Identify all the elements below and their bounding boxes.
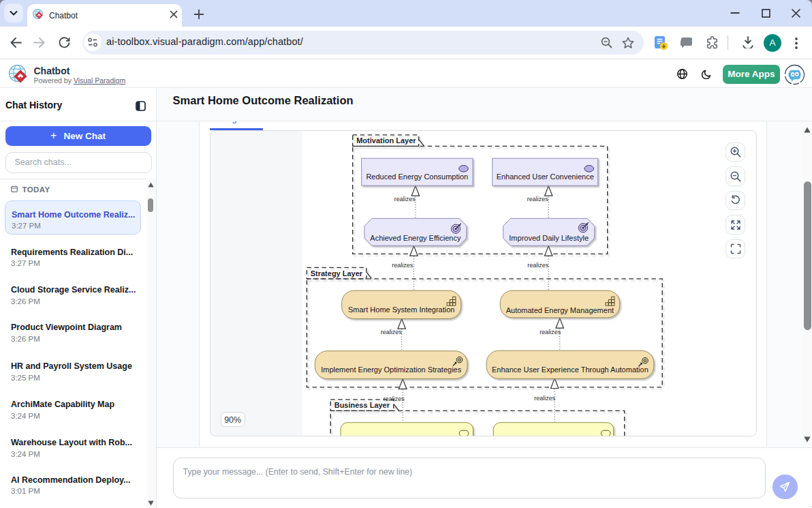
svg-text:realizes: realizes	[527, 261, 549, 268]
svg-text:Enhanced User Convenience: Enhanced User Convenience	[497, 173, 594, 181]
svg-text:Enhance User Experience Throug: Enhance User Experience Through Automati…	[492, 365, 649, 374]
svg-text:Strategy Layer: Strategy Layer	[311, 269, 363, 277]
svg-text:realizes: realizes	[540, 329, 561, 335]
svg-text:realizes: realizes	[534, 395, 556, 402]
svg-text:realizes: realizes	[394, 196, 416, 203]
svg-text:Automated Energy Management: Automated Energy Management	[506, 305, 614, 314]
svg-text:Improved Daily Lifestyle: Improved Daily Lifestyle	[509, 233, 589, 241]
svg-text:Business Layer: Business Layer	[334, 401, 390, 409]
svg-text:Reduced Energy Consumption: Reduced Energy Consumption	[366, 173, 469, 181]
svg-text:realizes: realizes	[392, 261, 413, 268]
svg-text:realizes: realizes	[384, 395, 405, 402]
svg-text:Smart Home System Integration: Smart Home System Integration	[348, 305, 455, 314]
svg-text:Achieved Energy Efficiency: Achieved Energy Efficiency	[371, 233, 462, 241]
svg-text:Motivation Layer: Motivation Layer	[356, 136, 416, 145]
svg-text:realizes: realizes	[381, 329, 403, 335]
svg-text:realizes: realizes	[527, 196, 549, 203]
svg-text:Implement Energy Optimization: Implement Energy Optimization Strategies	[321, 365, 462, 374]
